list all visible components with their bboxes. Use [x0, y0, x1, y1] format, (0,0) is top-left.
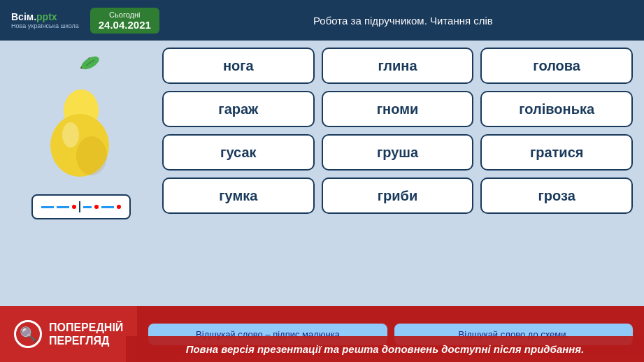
scheme-dash3: [83, 206, 92, 208]
header: Всім.pptx Нова українська школа Сьогодні…: [0, 0, 644, 41]
word-button-w5[interactable]: гноми: [322, 91, 474, 127]
header-title: Робота за підручником. Читання слів: [173, 15, 633, 27]
main-container: Всім.pptx Нова українська школа Сьогодні…: [0, 0, 644, 362]
scheme-dash2: [57, 206, 69, 208]
bottom-bar: 🔍 ПОПЕРЕДНІЙ ПЕРЕГЛЯД Відшукай слово – п…: [0, 306, 644, 362]
word-button-w3[interactable]: голова: [480, 48, 633, 84]
svg-point-3: [62, 122, 79, 147]
date-badge: Сьогодні 24.04.2021: [90, 8, 159, 34]
left-panel: [11, 48, 151, 299]
date-value: 24.04.2021: [99, 19, 151, 31]
date-label: Сьогодні: [99, 10, 151, 19]
word-button-w11[interactable]: гриби: [322, 178, 474, 214]
scheme-dash4: [101, 206, 114, 208]
word-button-w9[interactable]: гратися: [480, 134, 633, 171]
word-button-w7[interactable]: гусак: [162, 134, 315, 171]
word-button-w6[interactable]: голівонька: [480, 91, 633, 127]
word-button-w4[interactable]: гараж: [162, 91, 315, 127]
word-button-w8[interactable]: груша: [322, 134, 474, 171]
search-icon: 🔍: [14, 320, 42, 348]
prev-button[interactable]: 🔍 ПОПЕРЕДНІЙ ПЕРЕГЛЯД: [0, 306, 137, 362]
scheme-dot2: [94, 205, 99, 209]
word-button-w1[interactable]: нога: [162, 48, 315, 84]
prev-button-text: ПОПЕРЕДНІЙ ПЕРЕГЛЯД: [49, 321, 123, 347]
svg-point-4: [76, 136, 107, 175]
content: ногаглинаголовагаражгномиголівонькагусак…: [0, 41, 644, 306]
word-button-w12[interactable]: гроза: [480, 178, 633, 214]
logo-area: Всім.pptx Нова українська школа: [11, 11, 79, 29]
pear-image: [25, 48, 137, 187]
words-grid: ногаглинаголовагаражгномиголівонькагусак…: [162, 48, 633, 299]
scheme-dot1: [72, 205, 76, 209]
logo-subtitle: Нова українська школа: [11, 22, 79, 29]
word-button-w2[interactable]: глина: [322, 48, 474, 84]
bottom-message: Повна версія презентації та решта доповн…: [126, 336, 644, 362]
word-button-w10[interactable]: гумка: [162, 178, 315, 214]
scheme-line: [79, 201, 80, 212]
scheme-box: [31, 194, 131, 219]
scheme-dash1: [41, 206, 54, 208]
logo-text: Всім.pptx: [11, 11, 57, 22]
scheme-dot3: [117, 205, 121, 209]
